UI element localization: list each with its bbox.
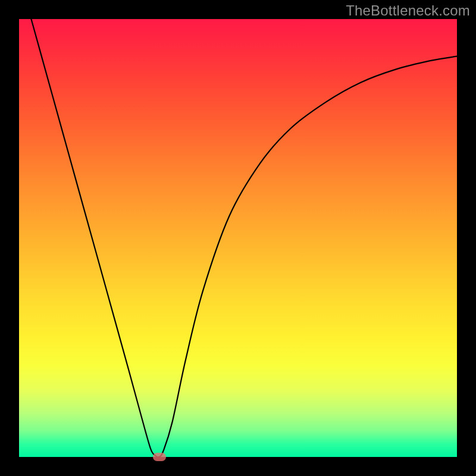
plot-area — [19, 19, 457, 457]
watermark-text: TheBottleneck.com — [346, 2, 470, 19]
chart-frame: TheBottleneck.com — [0, 0, 476, 476]
curve-layer — [19, 19, 457, 457]
optimal-marker — [153, 453, 166, 461]
bottleneck-curve — [19, 19, 457, 457]
